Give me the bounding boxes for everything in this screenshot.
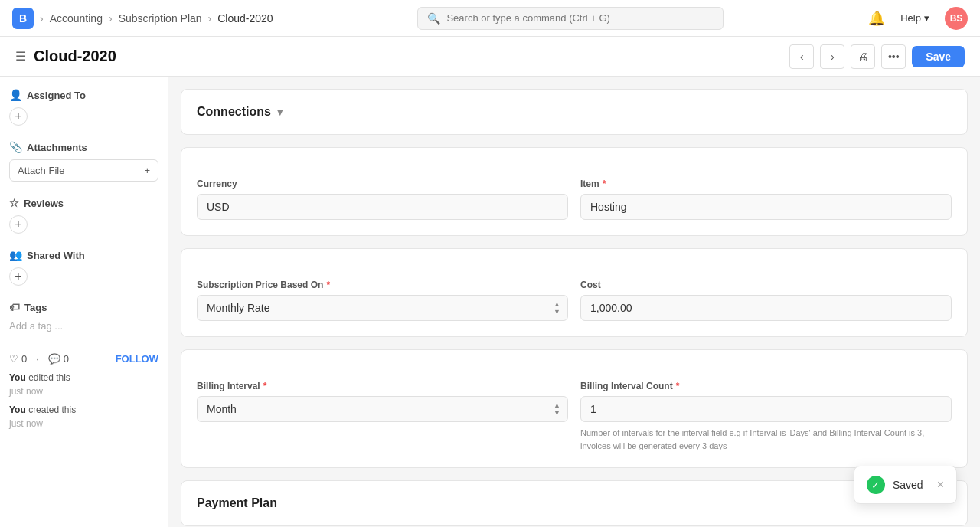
add-assigned-button[interactable]: + [9, 107, 28, 126]
next-button[interactable]: › [820, 44, 844, 69]
page-actions: ‹ › 🖨 ••• Save [789, 44, 965, 69]
activity-time-0: just now [9, 386, 43, 397]
billing-interval-count-group: Billing Interval Count * Number of inter… [580, 381, 952, 452]
breadcrumb-sep-1: › [40, 12, 44, 25]
people-icon: 👥 [9, 249, 22, 261]
cost-input[interactable] [580, 295, 952, 321]
notification-button[interactable]: 🔔 [868, 10, 885, 27]
billing-interval-count-input[interactable] [580, 396, 952, 422]
more-button[interactable]: ••• [881, 44, 906, 69]
billing-interval-required: * [263, 381, 267, 391]
prev-button[interactable]: ‹ [789, 44, 814, 69]
activity-item-1: You created this just now [9, 403, 158, 430]
billing-interval-select[interactable]: Month [197, 396, 568, 422]
page-header: ☰ Cloud-2020 ‹ › 🖨 ••• Save [0, 37, 980, 77]
search-bar: 🔍 [417, 7, 724, 30]
hamburger-icon: ☰ [15, 49, 26, 64]
main-layout: 👤 Assigned To + 📎 Attachments Attach Fil… [0, 77, 980, 527]
connections-card: Connections ▾ [181, 89, 968, 135]
subscription-price-group: Subscription Price Based On * Monthly Ra… [197, 280, 568, 321]
subscription-price-label: Subscription Price Based On * [197, 280, 568, 290]
currency-item-row: Currency Item * [197, 178, 952, 220]
attach-file-button[interactable]: Attach File + [9, 159, 158, 182]
connections-title: Connections [197, 105, 271, 119]
billing-count-required: * [676, 381, 680, 391]
billing-interval-select-wrapper: Month ▲ ▼ [197, 396, 568, 422]
billing-card: Billing Interval * Month ▲ ▼ [181, 349, 968, 468]
reviews-title: ☆ Reviews [9, 197, 158, 209]
breadcrumb-subscription-plan[interactable]: Subscription Plan [119, 12, 202, 25]
follow-button[interactable]: FOLLOW [116, 353, 158, 365]
subscription-price-select[interactable]: Monthly Rate [197, 295, 568, 321]
breadcrumb-accounting[interactable]: Accounting [50, 12, 103, 25]
toast-message: Saved [893, 479, 923, 491]
attach-file-label: Attach File [18, 165, 64, 176]
shared-with-title: 👥 Shared With [9, 249, 158, 261]
add-tag-placeholder[interactable]: Add a tag ... [9, 320, 63, 332]
tags-title: 🏷 Tags [9, 301, 158, 313]
activity-action-1: created this [28, 404, 76, 415]
billing-interval-count-label: Billing Interval Count * [580, 381, 952, 391]
breadcrumb-area: B › Accounting › Subscription Plan › Clo… [12, 8, 273, 29]
topnav-right: 🔔 Help ▾ BS [868, 7, 968, 30]
price-cost-row: Subscription Price Based On * Monthly Ra… [197, 280, 952, 321]
activity-area: You edited this just now You created thi… [9, 371, 158, 430]
connections-header[interactable]: Connections ▾ [197, 105, 952, 119]
comment-icon: 💬 [48, 353, 60, 365]
item-group: Item * [580, 178, 952, 220]
comments-item: 💬 0 [48, 353, 69, 365]
shared-with-label: Shared With [27, 250, 85, 261]
print-button[interactable]: 🖨 [851, 44, 875, 69]
billing-help-text: Number of intervals for the interval fie… [580, 427, 952, 452]
likes-item: ♡ 0 [9, 353, 27, 365]
page-title: Cloud-2020 [34, 47, 116, 65]
app-icon: B [12, 8, 34, 29]
search-input[interactable] [446, 12, 714, 24]
social-dot: · [36, 353, 39, 365]
content-area: Connections ▾ Currency Item * [168, 77, 980, 527]
currency-group: Currency [197, 178, 568, 220]
likes-count: 0 [21, 353, 27, 365]
item-input[interactable] [580, 194, 952, 220]
toast-close-button[interactable]: × [937, 478, 944, 492]
item-label: Item * [580, 178, 952, 189]
subscription-price-select-wrapper: Monthly Rate ▲ ▼ [197, 295, 568, 321]
breadcrumb-sep-3: › [208, 12, 212, 25]
currency-item-card: Currency Item * [181, 147, 968, 236]
item-required: * [603, 178, 606, 189]
cost-group: Cost [580, 280, 952, 321]
currency-label: Currency [197, 178, 568, 189]
assigned-to-title: 👤 Assigned To [9, 89, 158, 101]
social-row: ♡ 0 · 💬 0 FOLLOW [9, 347, 158, 371]
attachments-section: 📎 Attachments Attach File + [9, 141, 158, 182]
help-label: Help [900, 12, 921, 24]
avatar: BS [945, 7, 968, 30]
topnav: B › Accounting › Subscription Plan › Clo… [0, 0, 980, 37]
search-area: 🔍 [417, 7, 724, 30]
billing-interval-label: Billing Interval * [197, 381, 568, 391]
breadcrumb-sep-2: › [109, 12, 113, 25]
person-icon: 👤 [9, 89, 22, 101]
add-review-button[interactable]: + [9, 215, 28, 234]
currency-input[interactable] [197, 194, 568, 220]
help-button[interactable]: Help ▾ [894, 9, 936, 27]
add-shared-button[interactable]: + [9, 267, 28, 286]
activity-time-1: just now [9, 418, 43, 429]
tags-section: 🏷 Tags Add a tag ... [9, 301, 158, 332]
payment-plan-card: Payment Plan [181, 480, 968, 526]
heart-icon: ♡ [9, 353, 18, 365]
toast-success-icon: ✓ [867, 476, 885, 494]
attach-file-plus-icon: + [144, 165, 150, 176]
comments-count: 0 [64, 353, 69, 365]
activity-user-0: You [9, 372, 26, 383]
reviews-section: ☆ Reviews + [9, 197, 158, 234]
assigned-to-label: Assigned To [27, 90, 86, 101]
activity-action-0: edited this [28, 372, 70, 383]
save-button[interactable]: Save [912, 46, 965, 67]
attachments-label: Attachments [27, 142, 87, 153]
tags-label: Tags [24, 302, 47, 313]
assigned-to-section: 👤 Assigned To + [9, 89, 158, 126]
billing-row: Billing Interval * Month ▲ ▼ [197, 381, 952, 452]
attachments-title: 📎 Attachments [9, 141, 158, 153]
reviews-label: Reviews [24, 198, 64, 209]
